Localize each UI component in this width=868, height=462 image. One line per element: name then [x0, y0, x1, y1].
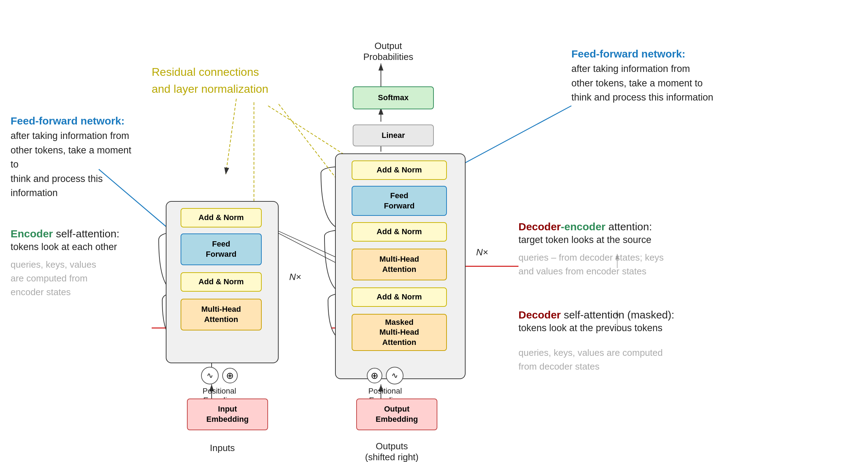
- output-probabilities-label: OutputProbabilities: [363, 41, 413, 62]
- ffn-encoder-annotation: Feed-forward network: after taking infor…: [11, 113, 134, 200]
- main-container: Residual connections and layer normaliza…: [0, 0, 868, 462]
- input-embedding: InputEmbedding: [187, 399, 268, 430]
- decoder-add-norm-1: Add & Norm: [352, 160, 447, 180]
- encoder-nx-label: N×: [289, 272, 301, 282]
- decoder-multi-head-attention: Multi-HeadAttention: [352, 249, 447, 280]
- encoder-block: Add & Norm FeedForward Add & Norm Multi-…: [166, 201, 279, 363]
- decoder-add-norm-3: Add & Norm: [352, 287, 447, 307]
- inputs-label: Inputs: [210, 443, 235, 454]
- decoder-encoder-attention-annotation: Decoder-encoder attention: target token …: [518, 219, 664, 278]
- decoder-add-norm-2: Add & Norm: [352, 222, 447, 242]
- encoder-multi-head-attention: Multi-HeadAttention: [181, 299, 262, 330]
- ffn-decoder-annotation: Feed-forward network: after taking infor…: [571, 46, 713, 105]
- residual-connections-annotation: Residual connections and layer normaliza…: [152, 63, 268, 97]
- linear-box: Linear: [353, 124, 434, 146]
- decoder-nx-label: N×: [476, 247, 488, 258]
- decoder-feed-forward: FeedForward: [352, 186, 447, 216]
- decoder-masked-multi-head-attention: MaskedMulti-HeadAttention: [352, 314, 447, 351]
- encoder-add-norm-1: Add & Norm: [181, 272, 262, 292]
- outputs-label: Outputs(shifted right): [365, 441, 419, 462]
- decoder-self-attention-annotation: Decoder self-attention (masked): tokens …: [518, 307, 674, 373]
- output-embedding: OutputEmbedding: [356, 399, 437, 430]
- encoder-add-norm-2: Add & Norm: [181, 208, 262, 227]
- softmax-box: Softmax: [353, 86, 434, 109]
- decoder-block: Add & Norm FeedForward Add & Norm Multi-…: [335, 153, 466, 379]
- encoder-feed-forward: FeedForward: [181, 233, 262, 265]
- encoder-self-attention-annotation: Encoder self-attention: tokens look at e…: [11, 226, 119, 299]
- svg-line-32: [226, 99, 236, 175]
